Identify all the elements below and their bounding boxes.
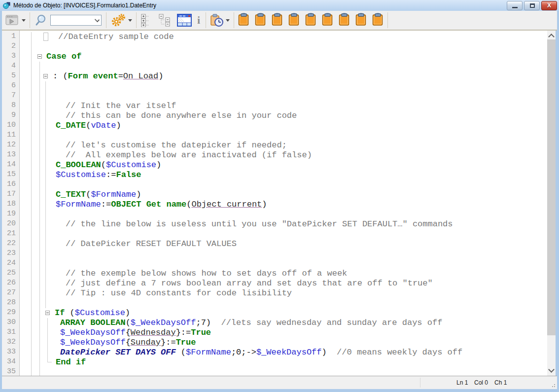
clipboard-7-button[interactable]	[337, 12, 351, 29]
line-number[interactable]: 19	[2, 210, 19, 219]
line-number[interactable]: 8	[2, 101, 19, 111]
line-number[interactable]: 6	[2, 81, 19, 91]
minimize-button[interactable]	[507, 1, 523, 10]
line-number[interactable]: 12	[2, 141, 19, 150]
line-number[interactable]: 2	[2, 42, 19, 52]
search-input[interactable]	[52, 16, 91, 25]
line-number[interactable]: 3	[2, 52, 19, 62]
clipboard-4-button[interactable]	[287, 12, 301, 29]
line-number[interactable]: 25	[2, 269, 19, 279]
code-line[interactable]: // Tip : use 4D constants for code lisib…	[20, 288, 547, 298]
line-number[interactable]: 15	[2, 170, 19, 180]
code-line[interactable]: // the exemple below shows how to set da…	[20, 269, 547, 279]
code-line[interactable]	[20, 298, 547, 308]
code-line[interactable]: Case of	[20, 52, 547, 62]
line-number[interactable]: 5	[2, 71, 19, 81]
fold-collapse-box[interactable]	[45, 311, 50, 315]
code-line[interactable]: //DateEntry sample code	[20, 32, 547, 42]
title-bar[interactable]: Método de Objeto: [INVOICES].Formulario1…	[0, 0, 559, 11]
line-number[interactable]: 22	[2, 239, 19, 249]
line-number[interactable]: 17	[2, 190, 19, 200]
clipboard-8-button[interactable]	[354, 12, 368, 29]
code-line[interactable]: // Init the var itself	[20, 101, 547, 111]
code-line[interactable]: $_WeekDaysOff{Wednesday}:=True	[20, 328, 547, 338]
clipboard-history-dropdown-arrow[interactable]	[226, 19, 230, 22]
code-line[interactable]	[20, 42, 547, 52]
line-number[interactable]: 20	[2, 219, 19, 229]
collapse-all-button[interactable]	[157, 12, 174, 28]
line-number[interactable]: 9	[2, 111, 19, 121]
code-line[interactable]: C_BOOLEAN($Customise)	[20, 160, 547, 170]
maximize-button[interactable]	[524, 1, 540, 10]
code-line[interactable]: ARRAY BOOLEAN($_WeekDaysOff;7) //lets sa…	[20, 318, 547, 328]
code-line[interactable]	[20, 81, 547, 91]
line-number[interactable]: 33	[2, 348, 19, 357]
code-line[interactable]: C_DATE(vDate)	[20, 121, 547, 131]
code-line[interactable]: $_WeekDaysOff{Sunday}:=True	[20, 338, 547, 348]
code-line[interactable]	[20, 131, 547, 141]
line-number[interactable]: 1	[2, 32, 19, 42]
line-number[interactable]: 13	[2, 150, 19, 160]
code-line[interactable]	[20, 91, 547, 101]
code-line[interactable]: DatePicker SET DAYS OFF ($FormName;0;->$…	[20, 348, 547, 357]
code-line[interactable]: // this can be done anywhere else in you…	[20, 111, 547, 121]
code-line[interactable]	[20, 259, 547, 269]
clipboard-1-button[interactable]	[237, 12, 251, 29]
clipboard-6-button[interactable]	[320, 12, 335, 29]
form-preview-button[interactable]	[175, 13, 194, 28]
expand-all-button[interactable]	[139, 12, 154, 28]
code-line[interactable]	[20, 229, 547, 239]
code-line[interactable]: End if	[20, 357, 547, 367]
code-line[interactable]	[20, 249, 547, 259]
line-number[interactable]: 21	[2, 229, 19, 239]
line-number[interactable]: 28	[2, 298, 19, 308]
clipboard-3-button[interactable]	[270, 12, 284, 29]
vertical-scrollbar[interactable]	[547, 31, 556, 376]
code-line[interactable]	[20, 210, 547, 219]
line-number[interactable]: 16	[2, 180, 19, 190]
execute-method-button[interactable]	[3, 13, 27, 28]
code-line[interactable]: If ($Customise)	[20, 308, 547, 318]
line-number[interactable]: 23	[2, 249, 19, 259]
close-button[interactable]: X	[541, 1, 557, 10]
code-line[interactable]	[20, 180, 547, 190]
search-button[interactable]	[33, 13, 48, 28]
resize-grip[interactable]	[551, 383, 556, 388]
line-number[interactable]: 11	[2, 131, 19, 141]
code-line[interactable]: // All exemples below are inactivated (i…	[20, 150, 547, 160]
execute-dropdown-arrow[interactable]	[22, 19, 26, 22]
line-number[interactable]: 14	[2, 160, 19, 170]
code-line[interactable]: $FormName:=OBJECT Get name(Object curren…	[20, 200, 547, 210]
scrollbar-thumb[interactable]	[547, 39, 556, 335]
fold-collapse-box[interactable]	[43, 74, 48, 78]
line-number[interactable]: 32	[2, 338, 19, 348]
code-line[interactable]	[20, 62, 547, 71]
line-number[interactable]: 24	[2, 259, 19, 269]
code-line[interactable]: $Customise:=False	[20, 170, 547, 180]
clipboard-2-button[interactable]	[253, 12, 268, 29]
line-number[interactable]: 4	[2, 62, 19, 71]
code-line[interactable]: : (Form event=On Load)	[20, 71, 547, 81]
line-number[interactable]: 27	[2, 288, 19, 298]
code-line[interactable]: // just define a 7 rows boolean array an…	[20, 279, 547, 288]
scroll-down-arrow-icon[interactable]	[548, 366, 555, 373]
code-line[interactable]: // let's customise the datepicker if nee…	[20, 141, 547, 150]
code-line[interactable]	[20, 367, 547, 376]
line-number[interactable]: 7	[2, 91, 19, 101]
scroll-up-arrow-icon[interactable]	[548, 34, 555, 40]
line-number[interactable]: 18	[2, 200, 19, 210]
clipboard-history-button[interactable]	[209, 12, 231, 28]
line-number[interactable]: 10	[2, 121, 19, 131]
macros-button[interactable]	[109, 12, 134, 28]
search-combobox[interactable]	[50, 15, 102, 26]
line-number[interactable]: 26	[2, 279, 19, 288]
line-number[interactable]: 29	[2, 308, 19, 318]
combobox-chevron-icon[interactable]	[95, 17, 100, 22]
code-line[interactable]: C_TEXT($FormName)	[20, 190, 547, 200]
code-line[interactable]: // DatePicker RESET DEFAULT VALUES	[20, 239, 547, 249]
macros-dropdown-arrow[interactable]	[128, 19, 132, 22]
line-number[interactable]: 30	[2, 318, 19, 328]
clipboard-5-button[interactable]	[304, 12, 318, 29]
line-number[interactable]: 31	[2, 328, 19, 338]
info-button[interactable]: i	[194, 14, 203, 27]
